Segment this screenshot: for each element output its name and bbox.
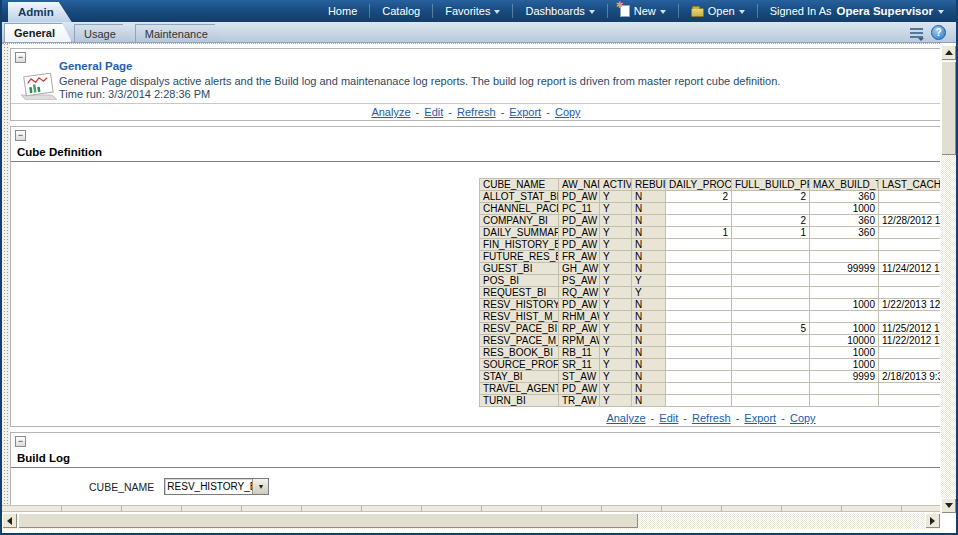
table-row: FIN_HISTORY_BIPD_AWYN: [480, 239, 941, 251]
table-cell: 1: [732, 227, 810, 239]
nav-favorites[interactable]: Favorites: [432, 4, 512, 18]
nav-dashboards[interactable]: Dashboards: [512, 4, 606, 18]
tab-maintenance[interactable]: Maintenance: [135, 24, 225, 42]
table-cell: [732, 251, 810, 263]
edit-link[interactable]: Edit: [424, 106, 443, 118]
table-cell: 360: [810, 227, 879, 239]
column-header[interactable]: MAX_BUILD_TIME: [810, 179, 879, 191]
nav-open[interactable]: Open: [678, 4, 757, 18]
column-header[interactable]: ACTIVE: [600, 179, 632, 191]
signed-in-user: Opera Supervisor: [836, 5, 933, 17]
table-cell: [810, 395, 879, 407]
table-cell: 1000: [810, 299, 879, 311]
analyze-link[interactable]: Analyze: [606, 412, 645, 424]
table-cell: [879, 383, 941, 395]
table-cell: RESV_HIST_M_BI: [480, 311, 559, 323]
table-cell: [666, 215, 732, 227]
column-header[interactable]: FULL_BUILD_PROCS: [732, 179, 810, 191]
vertical-scroll-thumb[interactable]: [941, 61, 956, 155]
table-cell: [810, 311, 879, 323]
page-options-icon[interactable]: [910, 28, 923, 38]
vertical-scrollbar[interactable]: [941, 45, 956, 513]
table-row: RES_BOOK_BIRB_11YN1000: [480, 347, 941, 359]
table-cell: RESV_HISTORY_BI: [480, 299, 559, 311]
table-cell: [666, 359, 732, 371]
table-cell: [810, 383, 879, 395]
new-document-icon: [620, 5, 630, 17]
table-cell: [879, 275, 941, 287]
analyze-link[interactable]: Analyze: [371, 106, 410, 118]
table-cell: [666, 299, 732, 311]
signed-in-menu[interactable]: Signed In As Opera Supervisor: [757, 4, 948, 18]
table-cell: [879, 395, 941, 407]
horizontal-scroll-thumb[interactable]: [18, 513, 638, 528]
tab-usage[interactable]: Usage: [74, 24, 133, 42]
tab-general[interactable]: General: [4, 23, 72, 42]
cube-definition-table: CUBE_NAMEAW_NAMEACTIVEREBUILDDAILY_PROCE…: [479, 178, 940, 407]
collapse-icon[interactable]: −: [15, 436, 26, 447]
table-cell: [666, 323, 732, 335]
table-cell: DAILY_SUMMARY_BI: [480, 227, 559, 239]
copy-link[interactable]: Copy: [790, 412, 816, 424]
horizontal-scrollbar[interactable]: [2, 513, 940, 529]
arrow-left-icon: [7, 517, 12, 525]
nav-new[interactable]: New: [607, 4, 678, 18]
table-cell: Y: [600, 383, 632, 395]
export-link[interactable]: Export: [744, 412, 776, 424]
signed-in-label: Signed In As: [770, 5, 832, 17]
help-icon[interactable]: ?: [931, 25, 946, 40]
scroll-left-button[interactable]: [2, 513, 17, 528]
table-row: POS_BIPS_AWYY: [480, 275, 941, 287]
table-cell: Y: [600, 311, 632, 323]
table-cell: Y: [600, 191, 632, 203]
edit-link[interactable]: Edit: [659, 412, 678, 424]
scroll-down-button[interactable]: [941, 498, 956, 513]
table-cell: N: [632, 191, 666, 203]
table-cell: SR_11: [559, 359, 600, 371]
table-cell: RESV_PACE_BI: [480, 323, 559, 335]
column-header[interactable]: CUBE_NAME: [480, 179, 559, 191]
column-header[interactable]: AW_NAME: [559, 179, 600, 191]
table-cell: 360: [810, 191, 879, 203]
table-cell: [732, 275, 810, 287]
collapse-icon[interactable]: −: [15, 52, 26, 63]
table-cell: [666, 383, 732, 395]
table-cell: Y: [600, 239, 632, 251]
table-cell: [732, 395, 810, 407]
table-cell: [732, 263, 810, 275]
refresh-link[interactable]: Refresh: [457, 106, 496, 118]
table-cell: N: [632, 395, 666, 407]
column-header[interactable]: LAST_CACHE_CLE: [879, 179, 941, 191]
collapse-icon[interactable]: −: [15, 130, 26, 141]
scroll-up-button[interactable]: [941, 45, 956, 60]
link-separator: -: [648, 412, 658, 424]
table-cell: 5: [732, 323, 810, 335]
table-cell: N: [632, 299, 666, 311]
dashboard-title-tab[interactable]: Admin: [8, 2, 72, 22]
column-header[interactable]: REBUILD: [632, 179, 666, 191]
page-tab-bar: General Usage Maintenance ?: [2, 22, 956, 43]
table-cell: 1: [666, 227, 732, 239]
copy-link[interactable]: Copy: [555, 106, 581, 118]
table-row: RESV_PACE_BIRP_AWYN5100011/25/2012 12:00: [480, 323, 941, 335]
arrow-down-icon: [945, 503, 953, 508]
table-cell: PD_AW: [559, 299, 600, 311]
panel-splitter[interactable]: [2, 44, 10, 505]
table-cell: N: [632, 323, 666, 335]
table-cell: RB_11: [559, 347, 600, 359]
table-cell: [666, 371, 732, 383]
table-cell: 10000: [810, 335, 879, 347]
table-cell: PC_11: [559, 203, 600, 215]
cube-name-select[interactable]: RESV_HISTORY_BI ▼: [164, 478, 269, 495]
export-link[interactable]: Export: [509, 106, 541, 118]
table-cell: PD_AW: [559, 383, 600, 395]
table-cell: [879, 251, 941, 263]
scroll-right-button[interactable]: [925, 513, 940, 528]
refresh-link[interactable]: Refresh: [692, 412, 731, 424]
table-cell: Y: [600, 323, 632, 335]
cube-name-label: CUBE_NAME: [89, 481, 154, 493]
nav-home[interactable]: Home: [316, 4, 369, 18]
table-cell: [666, 311, 732, 323]
nav-catalog[interactable]: Catalog: [369, 4, 432, 18]
column-header[interactable]: DAILY_PROCESS: [666, 179, 732, 191]
